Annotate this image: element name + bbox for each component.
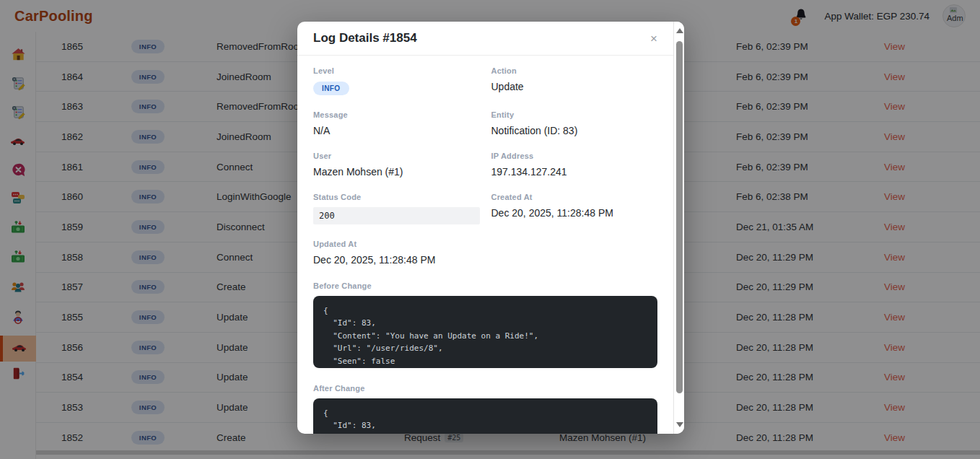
scrollbar-thumb[interactable]: [676, 41, 683, 393]
modal-scrollbar[interactable]: [673, 22, 684, 434]
entity-label: Entity: [491, 110, 658, 119]
updated-at-label: Updated At: [313, 240, 480, 248]
created-at-value: Dec 20, 2025, 11:28:48 PM: [491, 207, 658, 219]
modal-title: Log Details #1854: [313, 31, 417, 45]
action-label: Action: [491, 66, 658, 75]
close-icon[interactable]: ×: [650, 32, 657, 45]
ip-address-value: 197.134.127.241: [491, 166, 658, 178]
updated-at-value: Dec 20, 2025, 11:28:48 PM: [313, 254, 480, 266]
before-change-code: { "Id": 83, "Content": "You have an Upda…: [313, 296, 657, 368]
level-label: Level: [313, 66, 480, 75]
ip-address-label: IP Address: [491, 152, 658, 160]
level-info-badge: INFO: [313, 82, 349, 95]
before-change-label: Before Change: [313, 281, 657, 290]
log-details-modal: Log Details #1854 × Level INFO Action Up…: [297, 22, 684, 434]
after-change-code: { "Id": 83, "Seen": true }: [313, 398, 657, 434]
scrollbar-up-arrow[interactable]: [676, 28, 683, 33]
scrollbar-down-arrow[interactable]: [676, 422, 683, 427]
after-change-label: After Change: [313, 384, 657, 393]
user-label: User: [313, 152, 480, 160]
user-value: Mazen Mohsen (#1): [313, 166, 480, 178]
entity-value: Notification (ID: 83): [491, 125, 658, 136]
message-value: N/A: [313, 125, 480, 136]
message-label: Message: [313, 110, 480, 119]
created-at-label: Created At: [491, 193, 658, 201]
status-code-label: Status Code: [313, 193, 480, 201]
status-code-value: 200: [313, 207, 480, 224]
action-value: Update: [491, 81, 658, 92]
